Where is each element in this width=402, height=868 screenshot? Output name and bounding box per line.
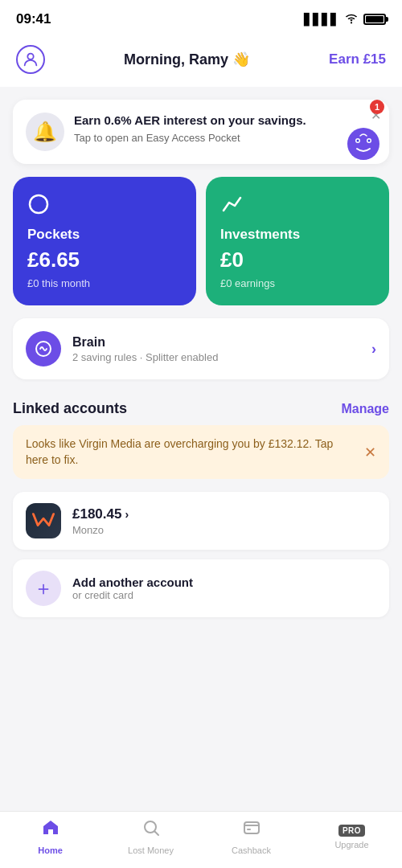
status-icons: ▋▋▋▋ [304,13,386,27]
investments-title: Investments [220,227,375,243]
nav-lost-money-label: Lost Money [128,845,174,855]
pro-badge: PRO [338,825,365,837]
add-account-title: Add another account [72,575,376,589]
overcharge-alert[interactable]: Looks like Virgin Media are overcharging… [13,425,389,479]
nav-cashback-label: Cashback [232,845,271,855]
wifi-icon [344,13,359,27]
add-account-subtitle: or credit card [72,589,376,601]
pockets-card[interactable]: Pockets £6.65 £0 this month [13,177,196,305]
svg-point-0 [351,22,352,23]
monzo-account[interactable]: £180.45 › Monzo [13,492,389,550]
svg-point-6 [368,140,371,142]
bottom-nav: Home Lost Money Cashback PRO Upgrade [0,811,402,868]
svg-line-10 [154,832,158,836]
alert-text: Looks like Virgin Media are overcharging… [26,436,356,468]
pockets-amount: £6.65 [27,248,182,272]
monzo-logo [26,503,61,538]
add-account-text: Add another account or credit card [72,575,376,601]
pockets-title: Pockets [27,227,182,243]
notification-badge: 1 [370,100,384,114]
cashback-icon [242,818,261,842]
home-icon [41,818,60,842]
investments-sub: £0 earnings [220,277,375,289]
notification-subtitle: Tap to open an Easy Access Pocket [74,132,376,144]
alert-close-icon[interactable]: ✕ [364,444,376,461]
svg-point-2 [347,128,379,160]
investments-card[interactable]: Investments £0 £0 earnings [206,177,389,305]
nav-upgrade-label: Upgrade [334,840,368,850]
monzo-name: Monzo [72,524,376,536]
svg-point-7 [30,195,47,213]
header-greeting: Morning, Ramy 👋 [124,51,250,68]
status-time: 09:41 [16,11,51,27]
battery-icon [363,14,386,25]
nav-home-label: Home [38,845,63,855]
monzo-chevron-icon: › [125,508,129,521]
pockets-icon [27,193,182,219]
svg-rect-12 [247,829,251,830]
svg-point-5 [357,140,359,142]
earn-button[interactable]: Earn £15 [329,51,386,68]
brain-chevron-icon[interactable]: › [371,341,376,358]
pockets-sub: £0 this month [27,277,182,289]
brain-section[interactable]: Brain 2 saving rules · Splitter enabled … [13,318,389,379]
notification-text: Earn 0.6% AER interest on your savings. … [74,113,376,144]
investments-icon [220,193,375,219]
main-content: 🔔 Earn 0.6% AER interest on your savings… [0,100,402,691]
signal-icon: ▋▋▋▋ [304,13,339,26]
monzo-amount: £180.45 › [72,506,376,522]
notification-title: Earn 0.6% AER interest on your savings. [74,113,376,129]
add-account[interactable]: ＋ Add another account or credit card [13,559,389,617]
brain-title: Brain [72,335,360,350]
brain-subtitle: 2 saving rules · Splitter enabled [72,351,360,363]
svg-point-1 [27,54,33,59]
nav-home[interactable]: Home [23,818,79,855]
lost-money-icon [142,818,161,842]
nav-lost-money[interactable]: Lost Money [123,818,179,855]
linked-accounts-header: Linked accounts Manage [0,392,402,425]
brain-icon [26,331,61,366]
nav-cashback[interactable]: Cashback [224,818,280,855]
avatar-icon[interactable] [16,45,45,74]
nav-upgrade[interactable]: PRO Upgrade [324,825,380,850]
add-account-icon: ＋ [26,571,61,606]
status-bar: 09:41 ▋▋▋▋ [0,0,402,35]
cards-row: Pockets £6.65 £0 this month Investmen [0,177,402,305]
manage-button[interactable]: Manage [341,402,389,416]
notification-icon: 🔔 [26,113,64,151]
svg-rect-11 [244,822,259,833]
notification-banner[interactable]: 🔔 Earn 0.6% AER interest on your savings… [13,100,389,164]
investments-amount: £0 [220,248,375,272]
linked-accounts-title: Linked accounts [13,400,127,417]
upgrade-icon: PRO [338,825,365,837]
brain-text: Brain 2 saving rules · Splitter enabled [72,335,360,363]
monzo-info: £180.45 › Monzo [72,506,376,536]
mascot-icon [346,126,381,162]
